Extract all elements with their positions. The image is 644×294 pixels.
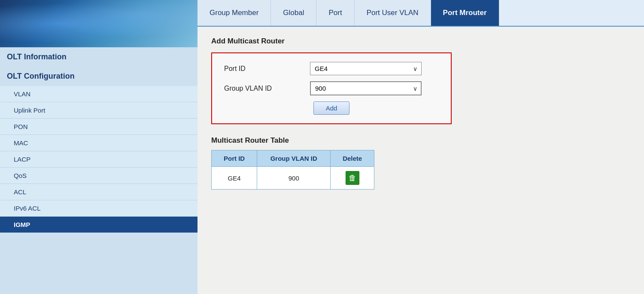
tab-group-member[interactable]: Group Member bbox=[197, 0, 271, 26]
port-id-row: Port ID GE1 GE2 GE3 GE4 bbox=[224, 62, 439, 75]
add-multicast-router-title: Add Multicast Router bbox=[211, 37, 630, 46]
delete-icon[interactable]: 🗑 bbox=[346, 171, 359, 185]
table-header-port-id: Port ID bbox=[212, 150, 257, 167]
sidebar-item-mac[interactable]: MAC bbox=[0, 135, 197, 151]
sidebar-header-image bbox=[0, 0, 197, 47]
group-vlan-id-select-wrapper: 100 200 300 900 bbox=[310, 81, 422, 95]
content-area: Add Multicast Router Port ID GE1 GE2 GE3… bbox=[197, 27, 644, 294]
table-header-group-vlan-id: Group VLAN ID bbox=[257, 150, 331, 167]
tab-global[interactable]: Global bbox=[271, 0, 316, 26]
tab-bar: Group Member Global Port Port User VLAN … bbox=[197, 0, 644, 27]
sidebar-section-olt-configuration: OLT Configuration bbox=[0, 67, 197, 86]
sidebar-item-ipv6-acl[interactable]: IPv6 ACL bbox=[0, 200, 197, 217]
table-row: GE4 900 🗑 bbox=[212, 167, 374, 190]
port-id-select-wrapper: GE1 GE2 GE3 GE4 bbox=[310, 62, 422, 75]
sidebar-item-uplink-port[interactable]: Uplink Port bbox=[0, 102, 197, 119]
sidebar: OLT Information OLT Configuration VLAN U… bbox=[0, 0, 197, 294]
port-id-select[interactable]: GE1 GE2 GE3 GE4 bbox=[310, 62, 422, 75]
group-vlan-id-select[interactable]: 100 200 300 900 bbox=[310, 81, 422, 95]
table-cell-delete: 🗑 bbox=[331, 167, 374, 190]
table-cell-group-vlan-id: 900 bbox=[257, 167, 331, 190]
tab-port-mrouter[interactable]: Port Mrouter bbox=[431, 0, 499, 26]
add-button[interactable]: Add bbox=[313, 101, 350, 115]
table-header-delete: Delete bbox=[331, 150, 374, 167]
sidebar-nav: OLT Information OLT Configuration VLAN U… bbox=[0, 47, 197, 294]
sidebar-item-pon[interactable]: PON bbox=[0, 119, 197, 135]
main-content: Group Member Global Port Port User VLAN … bbox=[197, 0, 644, 294]
group-vlan-id-label: Group VLAN ID bbox=[224, 85, 310, 92]
sidebar-item-vlan[interactable]: VLAN bbox=[0, 86, 197, 102]
group-vlan-id-row: Group VLAN ID 100 200 300 900 bbox=[224, 81, 439, 95]
sidebar-item-acl[interactable]: ACL bbox=[0, 184, 197, 200]
tab-port-user-vlan[interactable]: Port User VLAN bbox=[355, 0, 431, 26]
port-id-label: Port ID bbox=[224, 65, 310, 73]
multicast-router-table: Port ID Group VLAN ID Delete GE4 900 🗑 bbox=[211, 150, 374, 190]
sidebar-item-igmp[interactable]: IGMP bbox=[0, 217, 197, 233]
add-multicast-router-form: Port ID GE1 GE2 GE3 GE4 Group VLAN ID 10… bbox=[211, 52, 452, 124]
multicast-router-table-title: Multicast Router Table bbox=[211, 136, 630, 145]
add-button-row: Add bbox=[224, 101, 439, 115]
tab-port[interactable]: Port bbox=[316, 0, 354, 26]
sidebar-item-qos[interactable]: QoS bbox=[0, 168, 197, 184]
table-cell-port-id: GE4 bbox=[212, 167, 257, 190]
sidebar-item-lacp[interactable]: LACP bbox=[0, 151, 197, 168]
sidebar-section-olt-information: OLT Information bbox=[0, 47, 197, 67]
